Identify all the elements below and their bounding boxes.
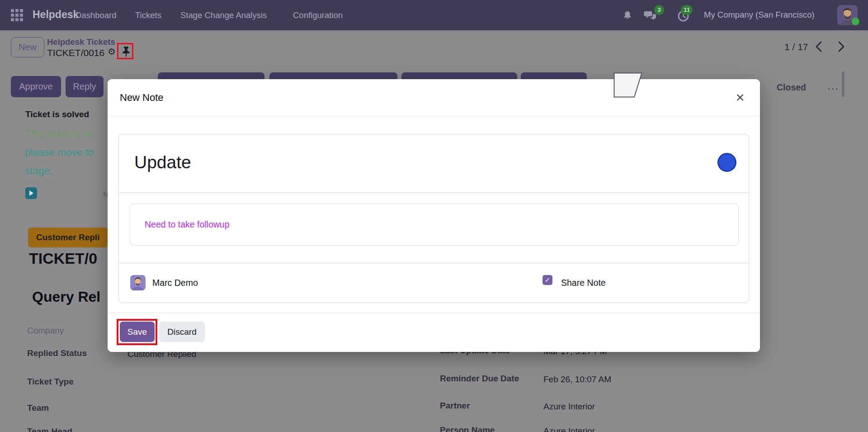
menu-dashboard[interactable]: Dashboard (75, 10, 117, 20)
ticket-reference-heading: TICKET/0 (29, 250, 97, 267)
close-icon[interactable]: × (731, 87, 749, 107)
note-body-input[interactable]: Need to take followup (130, 204, 739, 246)
modal-header: New Note × (108, 79, 760, 116)
pager-previous-icon[interactable] (814, 41, 824, 54)
solved-message-line3: stage. (25, 165, 52, 177)
messages-badge: 3 (654, 5, 664, 15)
pager-next-icon[interactable] (836, 41, 846, 54)
online-status-dot (852, 18, 859, 25)
scrollbar-thumb[interactable] (842, 71, 844, 97)
approve-button[interactable]: Approve (11, 76, 61, 97)
solved-message-line2: please move to (25, 147, 94, 158)
menu-configuration[interactable]: Configuration (293, 10, 343, 20)
stage-more-ellipsis[interactable]: ... (827, 80, 839, 92)
breadcrumb-parent-link[interactable]: Helpdesk Tickets (47, 37, 115, 47)
new-note-modal: New Note × Update Need to take followup … (108, 79, 760, 352)
stage-arrow-fragment[interactable] (613, 72, 643, 100)
menu-stage-change-analysis[interactable]: Stage Change Analysis (180, 10, 267, 20)
solved-heading: Ticket is solved (25, 109, 89, 119)
save-button[interactable]: Save (120, 322, 155, 342)
modal-title: New Note (120, 92, 164, 104)
stage-closed[interactable]: Closed (777, 82, 806, 93)
field-label-team: Team (27, 403, 49, 413)
field-label-partner: Partner (440, 401, 470, 411)
reply-button[interactable]: Reply (66, 76, 104, 97)
note-body-text: Need to take followup (145, 219, 230, 230)
field-value-person-name: Azure Interior (543, 426, 595, 432)
solved-message-line1: This ticket is re (25, 128, 93, 140)
helpdesk-screen: Helpdesk Dashboard Tickets Stage Change … (0, 0, 868, 432)
share-note-label: Share Note (561, 278, 606, 288)
replied-status-badge: Customer Repli (28, 228, 108, 247)
note-author: Marc Demo (152, 278, 198, 288)
menu-tickets[interactable]: Tickets (135, 10, 161, 20)
note-title-row: Update (119, 134, 749, 193)
note-color-dot[interactable] (717, 153, 736, 172)
discard-button[interactable]: Discard (159, 322, 205, 342)
author-avatar (130, 275, 146, 290)
field-label-person-name: Person Name (440, 425, 495, 432)
app-title[interactable]: Helpdesk (33, 9, 79, 21)
new-button[interactable]: New (11, 37, 44, 57)
top-navbar: Helpdesk Dashboard Tickets Stage Change … (0, 0, 868, 30)
note-meta-row: Marc Demo ✓ Share Note (119, 263, 749, 303)
field-label-replied-status: Replied Status (27, 348, 87, 358)
field-label-company: Company (27, 326, 64, 336)
field-label-team-head: Team Head (27, 427, 72, 432)
activity-badge: 11 (681, 5, 693, 15)
gear-icon[interactable]: ⚙ (108, 47, 116, 56)
apps-grid-icon[interactable] (11, 9, 24, 22)
share-note-checkbox[interactable]: ✓ (542, 275, 552, 285)
note-card: Update Need to take followup Marc Demo ✓… (118, 134, 749, 303)
field-label-ticket-type: Ticket Type (27, 377, 74, 387)
pin-icon[interactable] (121, 46, 131, 59)
ticket-subject-heading: Query Rel (32, 289, 100, 305)
play-icon[interactable] (25, 187, 37, 199)
note-title-input[interactable]: Update (134, 152, 677, 172)
breadcrumb-current: TICKET/0016 (47, 47, 104, 58)
modal-footer-divider (108, 312, 760, 313)
pager-count: 1 / 17 (784, 42, 808, 52)
company-switcher[interactable]: My Company (San Francisco) (704, 10, 815, 20)
field-value-reminder-due-date: Feb 26, 10:07 AM (543, 375, 611, 385)
field-label-reminder-due-date: Reminder Due Date (440, 374, 519, 384)
field-value-partner: Azure Interior (543, 402, 595, 412)
bell-icon[interactable] (622, 10, 633, 23)
